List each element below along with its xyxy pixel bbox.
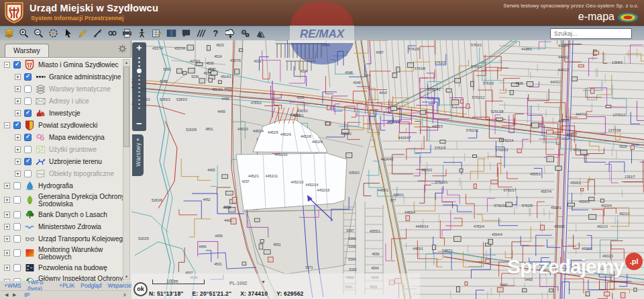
- toolbar-edit-table-icon[interactable]: [150, 28, 162, 39]
- layer-row[interactable]: +Adresy i ulice: [0, 95, 131, 107]
- expander-icon[interactable]: −: [4, 122, 10, 128]
- toolbar-zoom-out-icon[interactable]: [32, 28, 44, 39]
- layer-checkbox[interactable]: [24, 73, 32, 81]
- zoom-out-button[interactable]: −: [132, 120, 146, 130]
- expander-icon[interactable]: +: [15, 98, 21, 104]
- zoom-slider[interactable]: [132, 57, 146, 109]
- toolbar-help-icon[interactable]: ?: [209, 28, 221, 39]
- ip-link[interactable]: IP: [24, 292, 30, 298]
- toolbar-select-circle-icon[interactable]: [47, 28, 59, 39]
- svg-text:5263/6: 5263/6: [152, 198, 162, 202]
- expander-icon[interactable]: +: [4, 212, 10, 218]
- toolbar-measure-line-icon[interactable]: [91, 28, 103, 39]
- layer-row[interactable]: +Urząd Transportu Kolejowego: [0, 232, 131, 245]
- scroll-thumb[interactable]: [123, 67, 129, 147]
- layer-checkbox[interactable]: [24, 146, 32, 153]
- tree-scrollbar[interactable]: ▲ ▼: [123, 59, 130, 280]
- expander-icon[interactable]: +: [4, 224, 10, 230]
- layer-row[interactable]: +Monitoring Warunków Glebowych: [0, 245, 131, 261]
- layer-row[interactable]: −Powiat szydłowiecki: [0, 119, 131, 131]
- expander-icon[interactable]: −: [4, 62, 10, 68]
- layer-row[interactable]: +Obiekty topograficzne: [0, 167, 131, 179]
- layer-row[interactable]: +Ministerstwo Zdrowia: [0, 220, 131, 232]
- layer-row[interactable]: +Inwestycje: [0, 107, 131, 119]
- toolbar-triangles-icon[interactable]: [254, 28, 266, 39]
- toolbar-zoom-in-icon[interactable]: [17, 28, 30, 39]
- toolbar-icons: ?: [3, 28, 266, 39]
- toolbar-cloud-download-icon[interactable]: [224, 28, 236, 39]
- layer-row[interactable]: −Miasto i Gmina Szydłowiec: [0, 58, 131, 71]
- expander-icon[interactable]: +: [15, 110, 21, 116]
- panel-link[interactable]: +PLIK: [59, 282, 74, 289]
- search-box[interactable]: [550, 28, 632, 39]
- layer-checkbox[interactable]: [13, 264, 21, 271]
- panel-bottom-bar: ◀ ▶ IP x: [0, 290, 131, 299]
- layer-row[interactable]: +Warstwy tematyczne: [0, 83, 131, 95]
- toolbar-cursor-icon[interactable]: [62, 28, 74, 39]
- svg-text:4459: 4459: [215, 234, 223, 238]
- nav-right-icon[interactable]: ▶: [13, 292, 16, 298]
- layer-checkbox[interactable]: [24, 134, 32, 141]
- expander-icon[interactable]: +: [15, 86, 21, 92]
- svg-text:4537/8: 4537/8: [174, 46, 185, 50]
- gear-icon[interactable]: [118, 44, 127, 53]
- panel-link[interactable]: +WMS: [4, 282, 21, 289]
- layer-checkbox[interactable]: [13, 182, 21, 189]
- layer-row[interactable]: +Generalna Dyrekcja Ochrony Środowiska: [0, 191, 131, 208]
- expander-icon[interactable]: +: [15, 74, 21, 80]
- toolbar-person-icon[interactable]: [136, 28, 148, 39]
- close-icon[interactable]: x: [123, 292, 126, 298]
- tab-warstwy[interactable]: Warstwy: [5, 44, 49, 57]
- layer-row[interactable]: +Granice administracyjne: [0, 71, 131, 83]
- layer-checkbox[interactable]: [24, 97, 32, 105]
- layer-row[interactable]: +Użytki gruntowe: [0, 143, 131, 155]
- layer-checkbox[interactable]: [24, 170, 32, 177]
- toolbar-link-icon[interactable]: [106, 28, 118, 39]
- expander-icon[interactable]: +: [4, 265, 10, 271]
- svg-text:5467: 5467: [500, 283, 508, 287]
- search-input[interactable]: [551, 30, 633, 37]
- layer-checkbox[interactable]: [13, 196, 21, 204]
- layer-checkbox[interactable]: [13, 223, 21, 230]
- expander-icon[interactable]: +: [4, 250, 10, 256]
- layer-checkbox[interactable]: [13, 249, 21, 257]
- crs-caret-icon[interactable]: ▼: [261, 280, 266, 284]
- layer-row[interactable]: +Bank Danych o Lasach: [0, 208, 131, 220]
- toolbar-speech-bubble-icon[interactable]: [180, 28, 192, 39]
- expander-icon[interactable]: +: [4, 197, 10, 203]
- layer-checkbox[interactable]: [24, 85, 32, 93]
- layer-checkbox[interactable]: [24, 158, 32, 165]
- expander-icon[interactable]: +: [15, 134, 21, 140]
- toolbar-print-icon[interactable]: [121, 28, 133, 39]
- expander-icon[interactable]: +: [4, 183, 10, 189]
- toolbar-layers-icon[interactable]: [3, 28, 15, 39]
- panel-link[interactable]: Podgląd: [80, 282, 101, 289]
- layer-checkbox[interactable]: [13, 211, 21, 218]
- svg-text:RE/MAX: RE/MAX: [300, 28, 345, 40]
- layer-row[interactable]: +Hydrografia: [0, 179, 131, 191]
- toolbar-columns-icon[interactable]: [165, 28, 177, 39]
- layer-row[interactable]: +Pozwolenia na budowę: [0, 261, 131, 273]
- toolbar-settings-gears-icon[interactable]: [239, 28, 251, 39]
- expander-icon[interactable]: +: [15, 146, 21, 153]
- layer-checkbox[interactable]: [13, 235, 21, 243]
- scroll-up-icon[interactable]: ▲: [123, 60, 129, 65]
- toolbar-hatch-lines-icon[interactable]: [195, 28, 207, 39]
- layer-row[interactable]: +Uzbrojenie terenu: [0, 155, 131, 167]
- zoom-in-button[interactable]: +: [132, 42, 146, 54]
- svg-text:4440/2: 4440/2: [558, 55, 569, 59]
- map-viewport[interactable]: 4537/44537/8452345244525453045264279/143…: [131, 40, 644, 299]
- expander-icon[interactable]: +: [15, 171, 21, 177]
- nav-left-icon[interactable]: ◀: [5, 292, 8, 298]
- layer-checkbox[interactable]: [13, 122, 21, 129]
- layer-row[interactable]: +Mapa ewidencyjna: [0, 131, 131, 143]
- layer-checkbox[interactable]: [13, 61, 21, 69]
- expander-icon[interactable]: +: [15, 159, 21, 165]
- expander-icon[interactable]: +: [4, 236, 10, 242]
- ok-button[interactable]: ok: [133, 282, 148, 296]
- panel-link[interactable]: Wsparcie: [108, 282, 131, 289]
- panel-collapse-tab[interactable]: ▲ Warstwy: [132, 134, 144, 176]
- layer-checkbox[interactable]: [24, 110, 32, 117]
- toolbar-pencil-icon[interactable]: [76, 28, 89, 39]
- scroll-down-icon[interactable]: ▼: [123, 275, 129, 279]
